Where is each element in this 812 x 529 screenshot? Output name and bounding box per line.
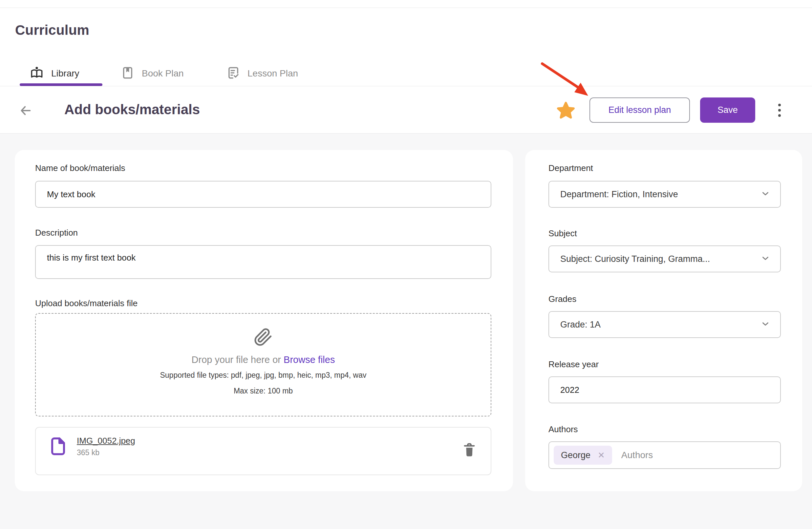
grades-label: Grades xyxy=(549,294,576,304)
authors-input[interactable]: George ✕ Authors xyxy=(549,441,781,469)
edit-lesson-plan-button[interactable]: Edit lesson plan xyxy=(590,98,690,123)
tab-lesson-plan[interactable]: Lesson Plan xyxy=(227,61,298,86)
department-select[interactable]: Department: Fiction, Intensive xyxy=(549,181,781,208)
arrow-left-icon xyxy=(19,104,32,117)
grades-select[interactable]: Grade: 1A xyxy=(549,311,781,338)
subject-select[interactable]: Subject: Curiosity Training, Gramma... xyxy=(549,246,781,273)
max-size-text: Max size: 100 mb xyxy=(234,386,293,395)
book-details-card: Name of book/materials Description this … xyxy=(15,150,513,491)
browse-files-link[interactable]: Browse files xyxy=(284,354,335,365)
book-icon xyxy=(121,66,134,81)
name-label: Name of book/materials xyxy=(35,163,125,173)
app-title: Curriculum xyxy=(15,22,89,38)
page-title: Add books/materials xyxy=(64,102,200,117)
tab-label: Library xyxy=(51,68,79,79)
back-button[interactable] xyxy=(19,104,32,117)
chevron-down-icon xyxy=(760,253,770,265)
supported-file-types: Supported file types: pdf, jpeg, jpg, bm… xyxy=(160,371,366,380)
tab-book-plan[interactable]: Book Plan xyxy=(121,61,184,86)
release-year-label: Release year xyxy=(549,359,599,369)
author-chip-label: George xyxy=(561,450,591,460)
chevron-down-icon xyxy=(760,189,770,200)
star-icon[interactable] xyxy=(557,101,575,119)
classification-card: Department Department: Fiction, Intensiv… xyxy=(525,150,802,491)
description-input[interactable]: this is my first text book xyxy=(35,245,491,279)
uploaded-file-row: IMG_0052.jpeg 365 kb xyxy=(35,427,491,475)
file-name-link[interactable]: IMG_0052.jpeg xyxy=(77,436,135,446)
close-icon[interactable]: ✕ xyxy=(598,451,605,459)
kebab-menu-icon[interactable] xyxy=(775,101,784,119)
chevron-down-icon xyxy=(760,319,770,330)
checklist-icon xyxy=(227,66,240,81)
open-book-icon xyxy=(30,65,44,82)
save-button[interactable]: Save xyxy=(700,98,755,123)
department-label: Department xyxy=(549,163,593,173)
file-size: 365 kb xyxy=(77,448,99,457)
description-label: Description xyxy=(35,228,78,238)
authors-placeholder: Authors xyxy=(621,450,653,460)
authors-label: Authors xyxy=(549,424,578,435)
release-year-input[interactable] xyxy=(549,377,781,403)
drop-text: Drop your file here or Browse files xyxy=(192,354,335,365)
document-icon xyxy=(50,437,66,457)
author-chip: George ✕ xyxy=(554,446,612,465)
upload-label: Upload books/materials file xyxy=(35,298,137,308)
tab-label: Book Plan xyxy=(142,68,184,79)
grades-value: Grade: 1A xyxy=(560,320,756,330)
tab-bar: Library Book Plan Lesson Plan xyxy=(0,61,812,86)
department-value: Department: Fiction, Intensive xyxy=(560,189,756,200)
trash-icon[interactable] xyxy=(462,441,477,458)
file-dropzone[interactable]: Drop your file here or Browse files Supp… xyxy=(35,313,491,416)
top-hairline xyxy=(0,0,812,8)
active-tab-underline xyxy=(20,83,102,86)
subject-label: Subject xyxy=(549,229,577,238)
subject-value: Subject: Curiosity Training, Gramma... xyxy=(560,254,756,264)
page: Curriculum Library Book Plan xyxy=(0,0,812,529)
tab-label: Lesson Plan xyxy=(247,68,298,79)
paperclip-icon xyxy=(254,327,273,348)
tab-library[interactable]: Library xyxy=(30,61,79,86)
drop-text-gray: Drop your file here or xyxy=(192,354,284,365)
name-input[interactable] xyxy=(35,181,491,208)
